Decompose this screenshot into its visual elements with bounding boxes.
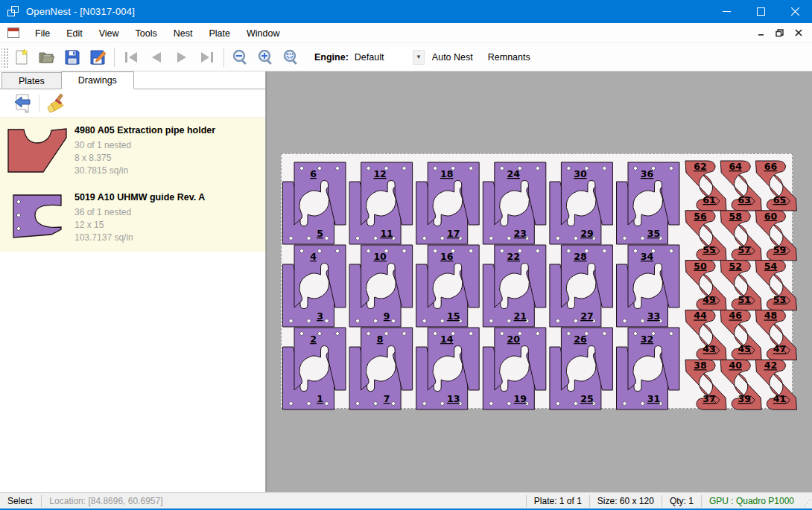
drawing-area: 103.7137 sq/in (74, 232, 265, 244)
drawings-panel: Plates Drawings (0, 71, 266, 492)
part-number: 3 (317, 310, 323, 322)
part-number: 61 (702, 194, 715, 205)
status-qty: Qty: 1 (662, 493, 701, 509)
close-button[interactable] (778, 0, 812, 23)
part-number: 4 (310, 251, 317, 262)
part-number: 25 (580, 393, 593, 404)
drawing-thumbnail (0, 124, 74, 177)
previous-plate-button[interactable] (144, 45, 169, 69)
status-bar: Select Location: [84.8696, 60.6957] Plat… (0, 492, 812, 509)
menu-item-edit[interactable]: Edit (58, 23, 91, 43)
drawings-toolbar (0, 89, 265, 118)
nest-pair-purple: 109 (349, 245, 412, 327)
nest-pair-purple: 21 (283, 328, 346, 409)
zoom-out-button[interactable] (228, 45, 253, 69)
drawing-size: 8 x 8.375 (74, 152, 265, 165)
nest-canvas[interactable]: 6543211211109871817161514132423222120193… (266, 71, 812, 492)
first-plate-button[interactable] (118, 45, 144, 69)
document-icon[interactable] (7, 28, 19, 38)
nest-pair-purple: 2019 (483, 328, 546, 409)
auto-nest-button[interactable]: Auto Nest (425, 46, 480, 68)
import-drawing-button[interactable] (10, 92, 34, 115)
part-number: 22 (507, 251, 520, 262)
part-number: 35 (647, 228, 660, 239)
zoom-extents-button[interactable] (279, 45, 304, 69)
part-number: 63 (738, 194, 750, 205)
app-icon (7, 6, 19, 18)
menu-item-file[interactable]: File (27, 23, 58, 43)
mdi-close-button[interactable] (790, 26, 806, 39)
mdi-minimize-button[interactable] (753, 26, 769, 39)
maximize-button[interactable] (743, 0, 778, 23)
nest-pair-red: 5655 (685, 211, 726, 261)
part-number: 38 (694, 360, 706, 371)
remnants-button[interactable]: Remnants (480, 46, 538, 68)
open-file-button[interactable] (34, 45, 60, 69)
part-number: 19 (514, 393, 527, 404)
drawing-nested-count: 36 of 1 nested (74, 206, 265, 219)
menu-item-window[interactable]: Window (238, 23, 288, 43)
part-number: 41 (773, 393, 786, 404)
resize-grip[interactable]: ⋰ (802, 493, 812, 509)
status-mode: Select (0, 493, 41, 509)
part-number: 46 (729, 310, 742, 321)
part-number: 39 (738, 393, 750, 404)
toolbar-grip[interactable] (1, 47, 9, 68)
zoom-in-button[interactable] (253, 45, 279, 69)
engine-dropdown[interactable]: Default ▼ (353, 48, 425, 66)
part-number: 29 (580, 228, 593, 239)
menu-item-tools[interactable]: Tools (127, 23, 165, 43)
last-plate-button[interactable] (194, 45, 220, 69)
menu-item-nest[interactable]: Nest (165, 23, 201, 43)
nest-pair-red: 6261 (685, 161, 726, 211)
drawing-title: 5019 A10 UHMW guide Rev. A (74, 192, 265, 203)
panel-tabs: Plates Drawings (0, 71, 265, 89)
clear-drawings-button[interactable] (44, 92, 68, 115)
menu-bar: FileEditViewToolsNestPlateWindow (0, 23, 812, 43)
part-number: 12 (373, 168, 386, 179)
status-gpu: GPU : Quadro P1000 (702, 493, 802, 509)
drawing-title: 4980 A05 Extraction pipe holder (74, 125, 265, 136)
part-number: 55 (702, 244, 715, 255)
part-number: 50 (694, 261, 707, 272)
nest-pair-purple: 3433 (617, 245, 680, 327)
part-number: 40 (729, 360, 742, 371)
main-toolbar: Engine: Default ▼ Auto Nest Remnants (0, 43, 812, 71)
part-number: 44 (694, 310, 707, 321)
tab-plates[interactable]: Plates (1, 72, 62, 89)
mdi-restore-button[interactable] (772, 26, 787, 39)
nest-pair-red: 6665 (755, 161, 796, 211)
part-number: 57 (738, 244, 750, 255)
engine-value: Default (353, 52, 413, 63)
window-title: OpenNest - [N0317-004] (26, 6, 135, 17)
menu-item-plate[interactable]: Plate (200, 23, 238, 43)
minimize-button[interactable] (709, 0, 743, 23)
new-file-button[interactable] (9, 45, 34, 69)
save-button[interactable] (60, 45, 85, 69)
part-number: 48 (764, 310, 777, 321)
part-number: 28 (574, 251, 586, 262)
nest-pair-red: 4847 (755, 310, 796, 360)
part-number: 6 (310, 168, 317, 179)
drawing-item[interactable]: 4980 A05 Extraction pipe holder 30 of 1 … (0, 118, 265, 185)
plate-sheet[interactable]: 6543211211109871817161514132423222120193… (281, 153, 793, 409)
part-number: 31 (647, 393, 660, 404)
part-number: 62 (694, 161, 706, 172)
drawing-item[interactable]: 5019 A10 UHMW guide Rev. A 36 of 1 neste… (0, 185, 265, 252)
part-number: 15 (447, 310, 460, 322)
part-number: 27 (580, 310, 593, 322)
drawing-area: 30.7815 sq/in (74, 165, 265, 177)
menu-item-view[interactable]: View (91, 23, 127, 43)
part-number: 1 (317, 393, 323, 404)
save-as-button[interactable] (85, 45, 110, 69)
part-number: 7 (384, 393, 390, 404)
part-number: 60 (764, 211, 778, 222)
chevron-down-icon[interactable]: ▼ (413, 50, 425, 65)
status-plate: Plate: 1 of 1 (527, 493, 589, 509)
tab-drawings[interactable]: Drawings (61, 71, 134, 89)
part-number: 30 (574, 168, 587, 179)
part-number: 26 (574, 334, 587, 345)
next-plate-button[interactable] (169, 45, 194, 69)
nest-pair-red: 5049 (685, 261, 726, 310)
part-number: 16 (440, 251, 454, 262)
